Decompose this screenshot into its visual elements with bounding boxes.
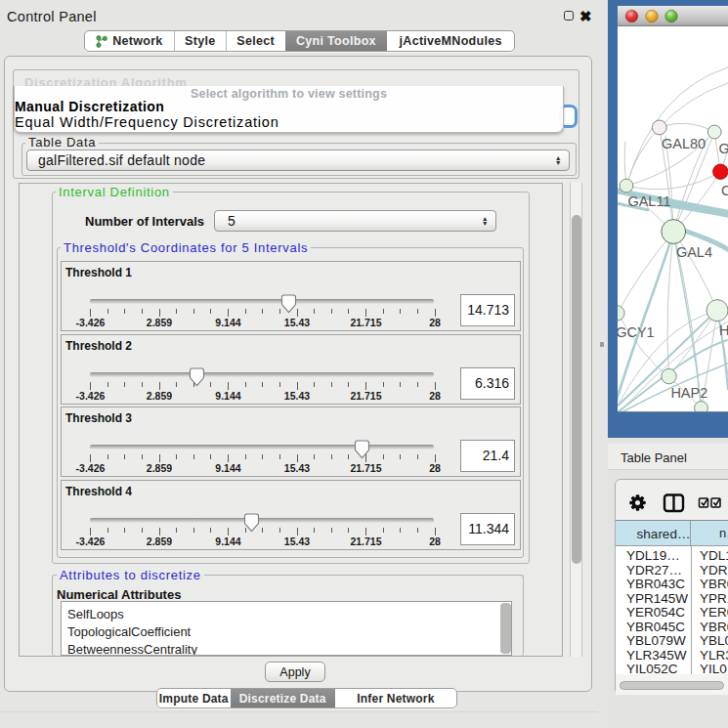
svg-text:H: H [719, 322, 728, 338]
svg-text:C: C [721, 183, 728, 198]
svg-text:GAL4: GAL4 [676, 244, 712, 260]
svg-text:HAP2: HAP2 [670, 385, 707, 401]
svg-text:GAL11: GAL11 [627, 193, 670, 209]
svg-text:GCY1: GCY1 [618, 324, 655, 340]
svg-text:G.: G. [718, 141, 728, 156]
svg-text:GAL80: GAL80 [662, 136, 706, 151]
